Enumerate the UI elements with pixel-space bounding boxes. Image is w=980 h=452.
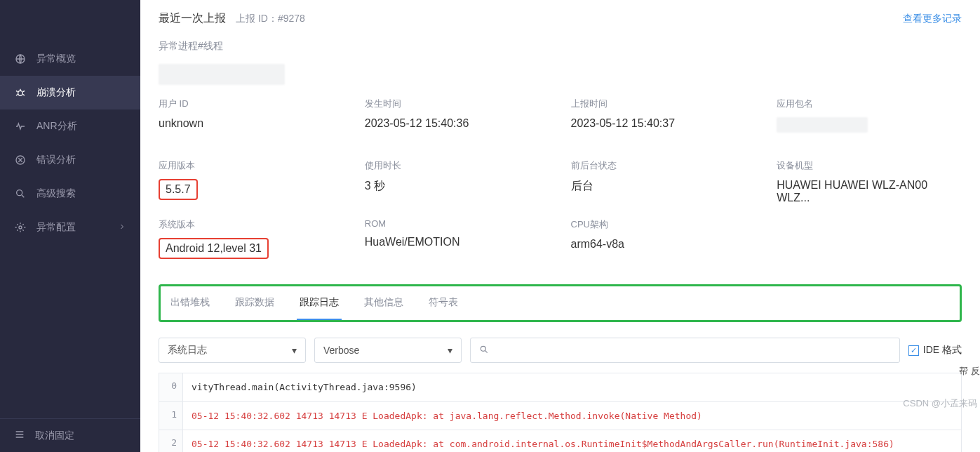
redacted-block	[159, 64, 285, 85]
log-text: vityThread.main(ActivityThread.java:9596…	[183, 373, 961, 401]
sidebar-item-crash[interactable]: 崩溃分析	[0, 76, 140, 109]
info-label: 应用包名	[777, 98, 962, 110]
sidebar-label: 崩溃分析	[36, 86, 76, 99]
report-id: 上报 ID：#9278	[236, 13, 305, 25]
tab-other-info[interactable]: 其他信息	[361, 286, 406, 320]
sidebar-label: ANR分析	[36, 120, 77, 133]
svg-rect-1	[18, 91, 23, 95]
sidebar-item-search[interactable]: 高级搜索	[0, 177, 140, 211]
ide-format-label: IDE 格式	[923, 344, 962, 357]
tab-trace-log[interactable]: 跟踪日志	[297, 286, 342, 320]
main-content: 最近一次上报 上报 ID：#9278 查看更多记录 异常进程#线程 用户 ID …	[140, 0, 980, 452]
info-value: HuaWei/EMOTION	[365, 236, 550, 248]
sidebar-spacer	[0, 0, 140, 42]
select-value: Verbose	[323, 345, 359, 356]
log-row: 0 vityThread.main(ActivityThread.java:95…	[159, 373, 961, 402]
more-records-link[interactable]: 查看更多记录	[903, 13, 962, 25]
info-label: 上报时间	[571, 98, 756, 110]
info-label: CPU架构	[571, 218, 756, 231]
globe-icon	[14, 53, 27, 65]
info-device: 设备机型 HUAWEI HUAWEI WLZ-AN00 WLZ...	[777, 159, 962, 204]
sidebar-footer-label: 取消固定	[35, 430, 74, 442]
select-value: 系统日志	[168, 344, 207, 357]
check-icon: ✓	[908, 345, 919, 356]
page-title: 最近一次上报	[159, 11, 226, 26]
info-value: arm64-v8a	[571, 238, 756, 251]
log-level-select[interactable]: Verbose ▾	[314, 338, 462, 363]
process-thread-label: 异常进程#线程	[159, 40, 962, 53]
info-user-id: 用户 ID unknown	[159, 98, 344, 145]
log-row: 2 05-12 15:40:32.602 14713 14713 E Loade…	[159, 430, 961, 452]
log-row: 1 05-12 15:40:32.602 14713 14713 E Loade…	[159, 402, 961, 431]
log-toolbar: 系统日志 ▾ Verbose ▾ ✓ IDE 格式	[159, 338, 962, 363]
header: 最近一次上报 上报 ID：#9278 查看更多记录	[159, 0, 962, 40]
sidebar-label: 异常概览	[36, 53, 76, 65]
chevron-down-icon: ▾	[292, 345, 297, 356]
svg-point-3	[17, 190, 22, 196]
tab-symbol[interactable]: 符号表	[426, 286, 461, 320]
info-occur-time: 发生时间 2023-05-12 15:40:36	[365, 98, 550, 145]
info-label: 发生时间	[365, 98, 550, 110]
side-help-chars[interactable]: 帮 反	[959, 365, 980, 378]
info-value-highlighted: 5.5.7	[159, 179, 198, 200]
error-icon	[14, 154, 27, 166]
tab-trace-data[interactable]: 跟踪数据	[232, 286, 277, 320]
info-label: ROM	[365, 218, 550, 229]
info-value-highlighted: Android 12,level 31	[159, 238, 269, 259]
info-label: 使用时长	[365, 159, 550, 172]
sidebar-item-config[interactable]: 异常配置	[0, 211, 140, 244]
report-id-value: #9278	[278, 13, 305, 24]
info-label: 用户 ID	[159, 98, 344, 110]
app-root: 异常概览 崩溃分析 ANR分析 错误分析 高级搜索 异常配置 取消固定	[0, 0, 980, 452]
info-value: 2023-05-12 15:40:37	[571, 117, 756, 130]
sidebar: 异常概览 崩溃分析 ANR分析 错误分析 高级搜索 异常配置 取消固定	[0, 0, 140, 452]
watermark: CSDN @小孟来码	[903, 397, 977, 410]
search-icon	[479, 345, 489, 357]
bug-icon	[14, 86, 27, 99]
report-id-label: 上报 ID：	[236, 13, 278, 24]
info-app-version: 应用版本 5.5.7	[159, 159, 344, 204]
menu-icon	[14, 429, 25, 442]
info-value: 后台	[571, 179, 756, 194]
tabs-highlight-box: 出错堆栈 跟踪数据 跟踪日志 其他信息 符号表	[159, 284, 962, 322]
info-value: HUAWEI HUAWEI WLZ-AN00 WLZ...	[777, 179, 962, 204]
log-text-error: 05-12 15:40:32.602 14713 14713 E LoadedA…	[183, 402, 961, 430]
wave-icon	[14, 120, 27, 133]
redacted-block	[777, 117, 868, 133]
info-value: unknown	[159, 117, 344, 130]
info-label: 应用版本	[159, 159, 344, 172]
sidebar-item-anr[interactable]: ANR分析	[0, 109, 140, 143]
info-value: 2023-05-12 15:40:36	[365, 117, 550, 130]
log-search-input[interactable]	[470, 338, 900, 363]
search-icon	[14, 187, 27, 200]
info-label: 系统版本	[159, 218, 344, 231]
log-table: 0 vityThread.main(ActivityThread.java:95…	[159, 373, 962, 452]
info-rom: ROM HuaWei/EMOTION	[365, 218, 550, 259]
sidebar-label: 异常配置	[36, 221, 76, 234]
log-line-number: 0	[159, 373, 183, 401]
ide-format-checkbox[interactable]: ✓ IDE 格式	[908, 344, 962, 357]
info-label: 设备机型	[777, 159, 962, 172]
sidebar-item-overview[interactable]: 异常概览	[0, 42, 140, 76]
log-line-number: 2	[159, 430, 183, 452]
sidebar-label: 错误分析	[36, 154, 76, 166]
info-fg-bg: 前后台状态 后台	[571, 159, 756, 204]
sidebar-item-error[interactable]: 错误分析	[0, 143, 140, 177]
svg-point-5	[481, 346, 485, 351]
log-type-select[interactable]: 系统日志 ▾	[159, 338, 306, 363]
info-report-time: 上报时间 2023-05-12 15:40:37	[571, 98, 756, 145]
gear-icon	[14, 221, 27, 234]
tab-stack[interactable]: 出错堆栈	[168, 286, 213, 320]
info-value: 3 秒	[365, 179, 550, 194]
info-label: 前后台状态	[571, 159, 756, 172]
log-line-number: 1	[159, 402, 183, 430]
svg-point-4	[19, 226, 22, 229]
sidebar-unpin[interactable]: 取消固定	[0, 418, 140, 452]
info-duration: 使用时长 3 秒	[365, 159, 550, 204]
info-grid: 用户 ID unknown 发生时间 2023-05-12 15:40:36 上…	[159, 98, 962, 259]
log-text-error: 05-12 15:40:32.602 14713 14713 E LoadedA…	[183, 430, 961, 452]
tabs: 出错堆栈 跟踪数据 跟踪日志 其他信息 符号表	[168, 286, 953, 320]
info-sys-version: 系统版本 Android 12,level 31	[159, 218, 344, 259]
chevron-down-icon: ▾	[448, 345, 452, 356]
chevron-right-icon	[118, 222, 126, 233]
